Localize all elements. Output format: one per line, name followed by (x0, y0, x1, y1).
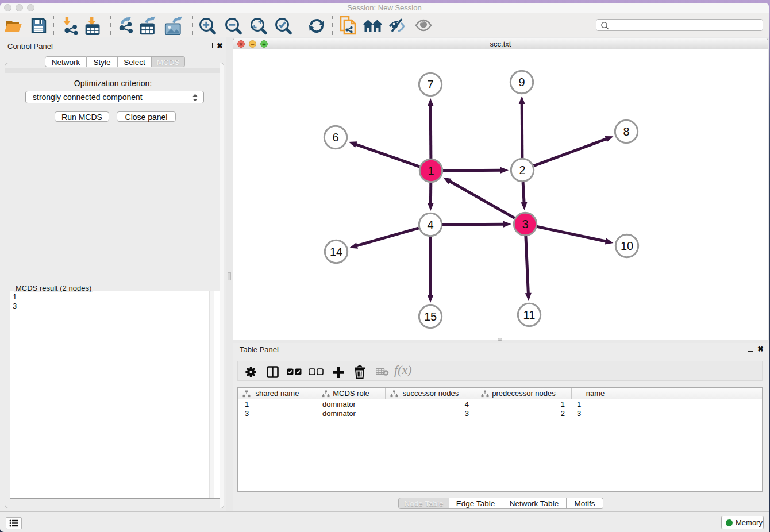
svg-text:2: 2 (519, 164, 525, 176)
svg-text:6: 6 (332, 131, 338, 144)
svg-text:11: 11 (523, 309, 536, 321)
svg-text:9: 9 (518, 76, 525, 88)
svg-text:10: 10 (621, 240, 633, 252)
svg-text:1: 1 (428, 164, 434, 177)
svg-text:4: 4 (427, 218, 433, 231)
svg-text:8: 8 (623, 125, 629, 138)
svg-text:7: 7 (427, 78, 433, 91)
svg-text:3: 3 (522, 218, 528, 230)
svg-text:14: 14 (330, 245, 342, 258)
svg-text:15: 15 (424, 310, 437, 323)
